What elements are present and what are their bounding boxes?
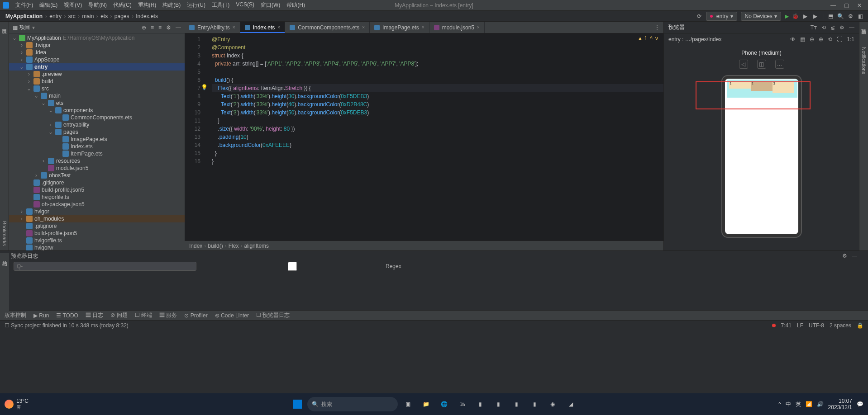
notifications-icon[interactable]: ◧ (857, 13, 863, 19)
chrome-icon[interactable]: ◉ (544, 396, 561, 412)
tree-row[interactable]: ⌄src (9, 85, 185, 92)
tree-row[interactable]: ›resources (9, 157, 185, 165)
build-icon[interactable]: ⬒ (827, 13, 834, 19)
menu-item[interactable]: 重构(R) (135, 0, 159, 10)
datagrip-icon[interactable]: ▮ (508, 396, 525, 412)
tree-row[interactable]: ⌄pages (9, 128, 185, 136)
bottom-tool-item[interactable]: ☐ 终端 (135, 311, 152, 319)
breadcrumb-item[interactable]: Index.ets (135, 13, 159, 19)
system-tray[interactable]: ^ 中 英 📶 🔊 10:07 2023/12/1 💬 (778, 398, 863, 411)
tree-row[interactable]: .gitignore (9, 179, 185, 186)
menu-item[interactable]: 视图(V) (61, 0, 85, 10)
wifi-icon[interactable]: 📶 (806, 401, 812, 407)
scale-icon[interactable]: 1:1 (847, 36, 854, 42)
tree-row[interactable]: Index.ets (9, 143, 185, 150)
code-crumb-item[interactable]: build() (208, 243, 223, 249)
refresh-icon[interactable]: ⟲ (821, 24, 826, 31)
bottom-tool-item[interactable]: ☰ TODO (56, 312, 78, 319)
close-tab-icon[interactable]: × (362, 25, 365, 30)
bookmarks-tool-tab[interactable]: Bookmarks (2, 219, 7, 248)
hide-icon[interactable]: — (849, 24, 854, 31)
tree-row[interactable]: ›AppScope (9, 56, 185, 63)
intention-bulb-icon[interactable]: 💡 (201, 84, 208, 90)
tree-row[interactable]: ›.preview (9, 71, 185, 78)
tree-row[interactable]: ItemPage.ets (9, 150, 185, 157)
editor-tab[interactable]: module.json5× (429, 22, 485, 33)
tree-row[interactable]: ⌄main (9, 92, 185, 99)
edge-icon[interactable]: 🌐 (436, 396, 452, 412)
close-tab-icon[interactable]: × (477, 25, 480, 30)
minimize-icon[interactable]: — (830, 2, 836, 9)
tree-row[interactable]: oh-package.json5 (9, 201, 185, 208)
tabs-dropdown-icon[interactable]: ⋮ (651, 22, 663, 33)
project-tool-tab[interactable]: 项目 (1, 24, 8, 27)
code-breadcrumb[interactable]: Index › build() › Flex › alignItems (185, 241, 663, 250)
log-search-input[interactable] (14, 262, 196, 271)
lang-indicator[interactable]: 英 (796, 401, 801, 408)
bottom-tool-item[interactable]: ☰ 服务 (159, 311, 177, 319)
tree-row[interactable]: ›.idea (9, 49, 185, 56)
menu-item[interactable]: 编辑(E) (37, 0, 60, 10)
regex-checkbox[interactable]: Regex (201, 262, 401, 271)
menu-item[interactable]: 导航(N) (86, 0, 110, 10)
more-icon[interactable]: … (775, 60, 784, 69)
prev-device-icon[interactable]: ◁ (739, 60, 748, 69)
tray-chevron-icon[interactable]: ^ (778, 401, 781, 407)
device-selector[interactable]: No Devices ▾ (741, 12, 781, 21)
code-content[interactable]: @Entry@Componentstruct Index { private a… (207, 33, 663, 241)
tree-row[interactable]: hvigorfile.ts (9, 193, 185, 201)
editor-tab[interactable]: CommonComponents.ets× (285, 22, 370, 33)
menu-item[interactable]: 运行(U) (184, 0, 208, 10)
inspection-widget[interactable]: ▲ 1^v (637, 35, 658, 42)
menu-item[interactable]: 文件(F) (13, 0, 36, 10)
editor-tab[interactable]: EntryAbility.ts× (185, 22, 240, 33)
tree-row[interactable]: .gitignore (9, 222, 185, 230)
terminal-icon[interactable]: ▮ (526, 396, 543, 412)
settings-icon[interactable]: ⚙ (842, 253, 847, 259)
readonly-icon[interactable]: 🔒 (857, 322, 863, 329)
code-crumb-item[interactable]: Index (189, 243, 202, 249)
tree-row[interactable]: ⌄MyApplicationE:\HarmonyOS\MyApplication (9, 34, 185, 42)
error-indicator-icon[interactable] (772, 324, 776, 327)
search-everywhere-icon[interactable]: 🔍 (837, 13, 844, 19)
hide-icon[interactable]: — (852, 253, 857, 259)
ime-indicator[interactable]: 中 (786, 401, 791, 408)
tree-row[interactable]: ⌄ets (9, 99, 185, 107)
notifications-tab[interactable]: Notifications (861, 45, 867, 76)
task-view-icon[interactable]: ▣ (400, 396, 416, 412)
tree-row[interactable]: ›entryability (9, 121, 185, 128)
breadcrumb-item[interactable]: main (81, 13, 95, 19)
project-tree[interactable]: ⌄MyApplicationE:\HarmonyOS\MyApplication… (9, 33, 185, 250)
breadcrumb-root[interactable]: MyApplication (5, 13, 43, 19)
editor-tab[interactable]: ImagePage.ets× (370, 22, 429, 33)
text-size-icon[interactable]: Tᴛ (811, 24, 817, 31)
log-output[interactable] (0, 272, 868, 310)
bottom-tool-item[interactable]: ⊘ 问题 (110, 311, 127, 319)
tree-row[interactable]: ⌄entry (9, 63, 185, 71)
menu-item[interactable]: 帮助(H) (284, 0, 308, 10)
eye-icon[interactable]: 👁 (790, 36, 796, 42)
vscode-icon[interactable]: ▮ (472, 396, 488, 412)
bottom-tool-item[interactable]: 版本控制 (5, 311, 26, 319)
menu-item[interactable]: VCS(S) (233, 0, 257, 10)
indent-status[interactable]: 2 spaces (830, 322, 851, 329)
weather-widget[interactable]: 13°C 雾 (5, 398, 29, 410)
fullscreen-icon[interactable]: ⛶ (837, 36, 842, 42)
tree-row[interactable]: hvigorfile.ts (9, 237, 185, 244)
tree-row[interactable]: build-profile.json5 (9, 230, 185, 237)
locate-icon[interactable]: ⊕ (142, 24, 146, 31)
editor-tab[interactable]: Index.ets× (240, 22, 286, 33)
debug-icon[interactable]: 🐞 (792, 13, 799, 19)
zoom-in-icon[interactable]: ⊕ (819, 36, 823, 42)
line-sep-status[interactable]: LF (797, 322, 803, 329)
zoom-out-icon[interactable]: ⊖ (810, 36, 814, 42)
close-icon[interactable]: ✕ (857, 2, 862, 9)
code-crumb-item[interactable]: alignItems (244, 243, 269, 249)
settings-icon[interactable]: ⚙ (847, 13, 854, 19)
tree-row[interactable]: ›hvigor (9, 208, 185, 215)
grid-icon[interactable]: ▦ (800, 36, 805, 42)
menu-item[interactable]: 窗口(W) (258, 0, 283, 10)
maximize-icon[interactable]: ▢ (844, 2, 849, 9)
breadcrumb-item[interactable]: pages (114, 13, 130, 19)
profile-icon[interactable]: ▶ (812, 13, 819, 19)
